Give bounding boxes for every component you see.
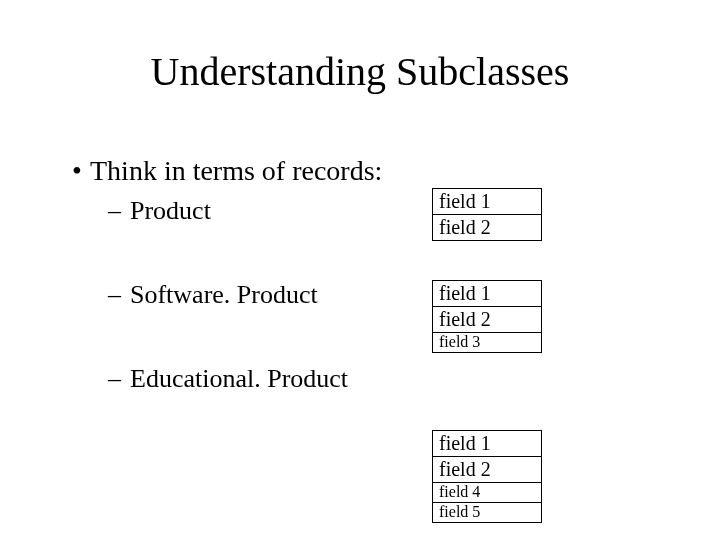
sub-bullet-educational: –Educational. Product xyxy=(108,364,348,394)
record-software: field 1 field 2 field 3 xyxy=(432,280,542,353)
record-cell: field 1 xyxy=(432,280,542,307)
main-bullet-text: Think in terms of records: xyxy=(90,155,382,186)
dash-glyph: – xyxy=(108,196,130,226)
record-product: field 1 field 2 xyxy=(432,188,542,241)
record-cell: field 5 xyxy=(432,503,542,523)
record-cell: field 2 xyxy=(432,307,542,333)
record-cell: field 1 xyxy=(432,188,542,215)
main-bullet: •Think in terms of records: xyxy=(72,155,382,187)
record-cell: field 4 xyxy=(432,483,542,503)
sub-bullet-software: –Software. Product xyxy=(108,280,318,310)
record-cell: field 1 xyxy=(432,430,542,457)
sub-bullet-product-text: Product xyxy=(130,196,211,225)
sub-bullet-product: –Product xyxy=(108,196,211,226)
slide-title: Understanding Subclasses xyxy=(0,48,720,95)
bullet-glyph: • xyxy=(72,155,90,187)
dash-glyph: – xyxy=(108,364,130,394)
slide: Understanding Subclasses •Think in terms… xyxy=(0,0,720,540)
record-cell: field 2 xyxy=(432,215,542,241)
record-educational: field 1 field 2 field 4 field 5 xyxy=(432,430,542,523)
sub-bullet-educational-text: Educational. Product xyxy=(130,364,348,393)
record-cell: field 2 xyxy=(432,457,542,483)
record-cell: field 3 xyxy=(432,333,542,353)
sub-bullet-software-text: Software. Product xyxy=(130,280,318,309)
dash-glyph: – xyxy=(108,280,130,310)
